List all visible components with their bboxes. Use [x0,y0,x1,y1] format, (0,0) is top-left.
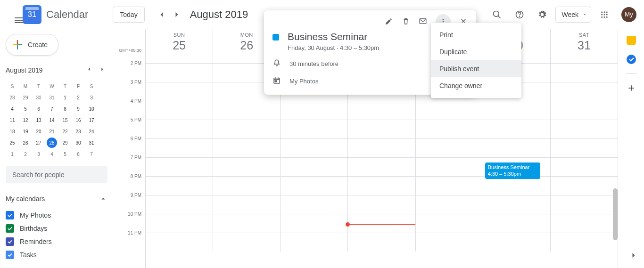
calendar-checkbox[interactable] [6,224,14,233]
grid-cell[interactable] [213,214,281,233]
grid-cell[interactable] [551,101,618,120]
grid-cell[interactable] [213,120,281,138]
grid-cell[interactable] [348,195,415,214]
grid-cell[interactable] [483,120,551,138]
grid-cell[interactable] [416,139,483,157]
grid-cell[interactable] [213,195,281,214]
mini-cal-day[interactable]: 28 [45,137,58,148]
mini-cal-day[interactable]: 5 [58,148,72,160]
menu-item-duplicate[interactable]: Duplicate [431,43,521,60]
grid-cell[interactable] [146,64,213,82]
mini-cal-day[interactable]: 3 [32,148,45,160]
grid-cell[interactable] [416,101,483,120]
edit-event-icon[interactable] [385,17,393,29]
grid-cell[interactable] [213,101,281,120]
grid-cell[interactable] [146,120,213,138]
mini-cal-day[interactable]: 26 [19,137,32,148]
grid-cell[interactable] [348,177,415,195]
mini-cal-day[interactable]: 10 [85,103,98,114]
grid-cell[interactable] [551,120,618,138]
grid-cell[interactable] [348,158,415,176]
main-menu-icon[interactable] [8,9,19,20]
tasks-icon[interactable] [627,55,636,64]
grid-cell[interactable] [213,139,281,157]
mini-cal-day[interactable]: 11 [6,114,19,126]
grid-cell[interactable] [281,233,348,252]
today-button[interactable]: Today [113,7,144,23]
mini-cal-day[interactable]: 25 [6,137,19,148]
mini-cal-day[interactable]: 30 [72,137,85,148]
menu-item-print[interactable]: Print [431,26,521,43]
grid-cell[interactable] [483,233,551,252]
grid-cell[interactable] [281,158,348,176]
mini-cal-day[interactable]: 29 [58,137,72,148]
mini-cal-day[interactable]: 29 [19,92,32,103]
mini-cal-day[interactable]: 28 [6,92,19,103]
grid-cell[interactable] [551,82,618,101]
mini-cal-day[interactable]: 4 [45,148,58,160]
prev-week-button[interactable] [154,7,169,22]
mini-cal-day[interactable]: 20 [32,126,45,137]
mini-cal-day[interactable]: 24 [85,126,98,137]
grid-cell[interactable] [483,177,551,195]
grid-cell[interactable] [551,195,618,214]
grid-cell[interactable] [348,139,415,157]
expand-side-panel-icon[interactable] [629,251,638,261]
day-header[interactable]: SAT31 [551,29,618,63]
mini-next-button[interactable] [97,64,107,76]
grid-cell[interactable] [348,233,415,252]
grid-cell[interactable] [416,195,483,214]
grid-cell[interactable] [551,233,618,252]
grid-cell[interactable] [483,195,551,214]
apps-icon[interactable] [595,5,614,24]
mini-cal-day[interactable]: 7 [45,103,58,114]
account-avatar[interactable]: My [621,7,636,22]
grid-cell[interactable] [146,101,213,120]
mini-cal-day[interactable]: 15 [58,114,72,126]
email-guests-icon[interactable] [419,17,427,29]
mini-cal-day[interactable]: 22 [58,126,72,137]
mini-cal-day[interactable]: 17 [85,114,98,126]
mini-cal-day[interactable]: 1 [58,92,72,103]
grid-cell[interactable] [551,64,618,82]
mini-cal-day[interactable]: 13 [32,114,45,126]
grid-cell[interactable] [348,101,415,120]
grid-cell[interactable] [416,233,483,252]
grid-cell[interactable] [146,214,213,233]
grid-cell[interactable] [146,177,213,195]
scrollbar-thumb[interactable] [613,188,618,240]
view-selector[interactable]: Week [555,7,591,23]
search-people-input[interactable]: Search for people [6,166,107,183]
calendar-checkbox[interactable] [6,251,14,259]
mini-cal-day[interactable]: 4 [6,103,19,114]
mini-cal-day[interactable]: 9 [72,103,85,114]
create-button[interactable]: Create [6,34,58,56]
mini-cal-day[interactable]: 30 [32,92,45,103]
mini-cal-day[interactable]: 21 [45,126,58,137]
grid-cell[interactable] [483,214,551,233]
grid-cell[interactable] [213,158,281,176]
mini-cal-day[interactable]: 3 [85,92,98,103]
grid-cell[interactable] [281,120,348,138]
mini-cal-day[interactable]: 27 [32,137,45,148]
help-icon[interactable] [510,5,529,24]
keep-icon[interactable] [627,36,636,45]
mini-cal-day[interactable]: 18 [6,126,19,137]
add-addon-icon[interactable] [627,83,636,94]
grid-cell[interactable] [281,101,348,120]
grid-cell[interactable] [551,139,618,157]
grid-cell[interactable] [551,177,618,195]
grid-cell[interactable] [348,214,415,233]
mini-cal-day[interactable]: 6 [72,148,85,160]
mini-cal-day[interactable]: 8 [58,103,72,114]
grid-cell[interactable] [348,120,415,138]
grid-cell[interactable] [416,120,483,138]
mini-cal-day[interactable]: 19 [19,126,32,137]
mini-cal-day[interactable]: 5 [19,103,32,114]
calendar-item[interactable]: Tasks [6,248,107,261]
mini-cal-day[interactable]: 6 [32,103,45,114]
mini-cal-day[interactable]: 23 [72,126,85,137]
grid-cell[interactable] [281,139,348,157]
grid-cell[interactable] [551,158,618,176]
mini-cal-day[interactable]: 2 [72,92,85,103]
